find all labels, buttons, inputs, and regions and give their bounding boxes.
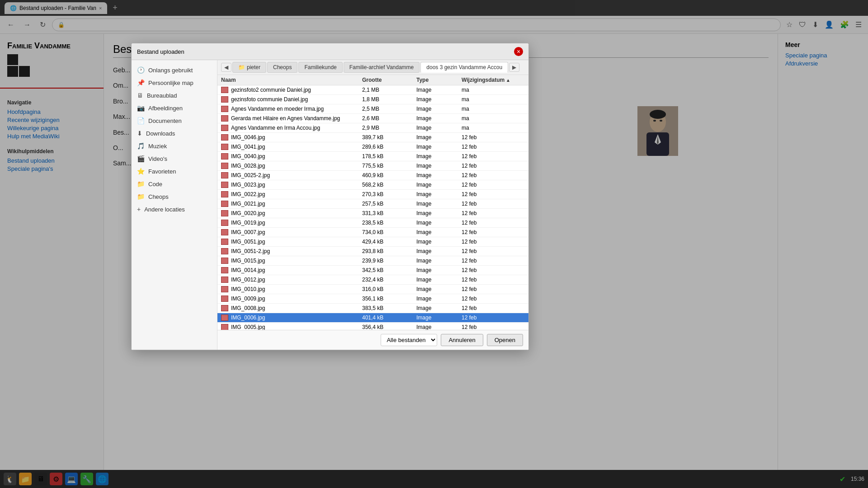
sidebar-cheops[interactable]: 📁 Cheops bbox=[132, 190, 217, 203]
file-row[interactable]: gezinsfoto2 communie Daniel.jpg 2,1 MB I… bbox=[217, 85, 528, 95]
open-button[interactable]: Openen bbox=[487, 334, 523, 346]
file-row[interactable]: IMG_0023.jpg 568,2 kB Image 12 feb bbox=[217, 180, 528, 190]
file-filter-dropdown[interactable]: Alle bestanden bbox=[381, 334, 437, 346]
file-row[interactable]: IMG_0019.jpg 238,5 kB Image 12 feb bbox=[217, 218, 528, 228]
tab-back-button[interactable]: ◀ bbox=[221, 63, 231, 72]
file-icon bbox=[221, 314, 228, 321]
file-name-cell: IMG_0014.jpg bbox=[221, 267, 362, 273]
file-size: 2,5 MB bbox=[362, 106, 416, 112]
file-type: Image bbox=[416, 201, 462, 207]
modal-sidebar: 🕐 Onlangs gebruikt 📌 Persoonlijke map 🖥 … bbox=[132, 60, 217, 350]
modal-title: Bestand uploaden bbox=[137, 48, 184, 55]
file-name-cell: IMG_0007.jpg bbox=[221, 229, 362, 235]
file-name-cell: Gerarda met Hilaire en Agnes Vandamme.jp… bbox=[221, 115, 362, 122]
file-row[interactable]: IMG_0008.jpg 383,5 kB Image 12 feb bbox=[217, 304, 528, 313]
file-icon bbox=[221, 182, 228, 188]
file-row[interactable]: IMG_0012.jpg 232,4 kB Image 12 feb bbox=[217, 275, 528, 285]
file-row[interactable]: IMG_0005.jpg 356,4 kB Image 12 feb bbox=[217, 323, 528, 330]
sidebar-documents[interactable]: 📄 Documenten bbox=[132, 114, 217, 127]
code-icon: 📁 bbox=[137, 180, 145, 188]
upload-dialog: Bestand uploaden × 🕐 Onlangs gebruikt 📌 … bbox=[131, 43, 529, 350]
file-size: 331,3 kB bbox=[362, 210, 416, 216]
col-wijzigingsdatum[interactable]: Wijzigingsdatum bbox=[462, 77, 525, 83]
file-date: 12 feb bbox=[462, 267, 525, 273]
file-name-cell: IMG_0046.jpg bbox=[221, 134, 362, 141]
file-date: 12 feb bbox=[462, 229, 525, 235]
file-row[interactable]: IMG_0021.jpg 257,5 kB Image 12 feb bbox=[217, 199, 528, 209]
tab-familiekunde[interactable]: Familiekunde bbox=[298, 62, 342, 73]
file-row[interactable]: IMG_0006.jpg 401,4 kB Image 12 feb bbox=[217, 313, 528, 323]
file-row[interactable]: gezinsfoto communie Daniel.jpg 1,8 MB Im… bbox=[217, 95, 528, 104]
tab-cheops[interactable]: Cheops bbox=[267, 62, 297, 73]
file-row[interactable]: IMG_0025-2.jpg 460,9 kB Image 12 feb bbox=[217, 171, 528, 180]
file-name-cell: IMG_0005.jpg bbox=[221, 324, 362, 330]
file-row[interactable]: IMG_0028.jpg 775,5 kB Image 12 feb bbox=[217, 161, 528, 171]
file-type: Image bbox=[416, 144, 462, 150]
file-date: 12 feb bbox=[462, 286, 525, 292]
file-size: 568,2 kB bbox=[362, 182, 416, 188]
col-type[interactable]: Type bbox=[416, 77, 462, 83]
sidebar-images-label: Afbeeldingen bbox=[148, 105, 183, 112]
file-icon bbox=[221, 125, 228, 131]
file-row[interactable]: IMG_0051.jpg 429,4 kB Image 12 feb bbox=[217, 237, 528, 247]
sidebar-code[interactable]: 📁 Code bbox=[132, 178, 217, 190]
file-size: 356,1 kB bbox=[362, 296, 416, 302]
tab-doos3[interactable]: doos 3 gezin Vandamme Accou bbox=[420, 62, 508, 73]
file-name: IMG_0023.jpg bbox=[231, 182, 265, 188]
file-row[interactable]: IMG_0046.jpg 389,7 kB Image 12 feb bbox=[217, 133, 528, 142]
file-row[interactable]: Agnes Vandamme en Irma Accou.jpg 2,9 MB … bbox=[217, 123, 528, 133]
sidebar-recent[interactable]: 🕐 Onlangs gebruikt bbox=[132, 64, 217, 76]
file-name-cell: IMG_0008.jpg bbox=[221, 305, 362, 311]
file-table-header: Naam Grootte Type Wijzigingsdatum bbox=[217, 75, 528, 85]
sidebar-downloads[interactable]: ⬇ Downloads bbox=[132, 127, 217, 140]
sidebar-videos-label: Video's bbox=[148, 155, 167, 162]
sidebar-favorites[interactable]: ⭐ Favorieten bbox=[132, 165, 217, 178]
file-name: IMG_0021.jpg bbox=[231, 201, 265, 207]
file-row[interactable]: Agnes Vandamme en moeder Irma.jpg 2,5 MB… bbox=[217, 104, 528, 114]
tab-forward-button[interactable]: ▶ bbox=[509, 63, 519, 72]
sidebar-videos[interactable]: 🎬 Video's bbox=[132, 152, 217, 165]
file-row[interactable]: IMG_0040.jpg 178,5 kB Image 12 feb bbox=[217, 152, 528, 161]
file-name-cell: Agnes Vandamme en Irma Accou.jpg bbox=[221, 125, 362, 131]
file-row[interactable]: IMG_0041.jpg 289,6 kB Image 12 feb bbox=[217, 142, 528, 152]
file-date: 12 feb bbox=[462, 324, 525, 330]
sidebar-images[interactable]: 📷 Afbeeldingen bbox=[132, 102, 217, 114]
tab-pieter[interactable]: 📁pieter bbox=[232, 62, 266, 73]
file-type: Image bbox=[416, 96, 462, 103]
sidebar-desktop[interactable]: 🖥 Bureaublad bbox=[132, 89, 217, 102]
file-size: 239,9 kB bbox=[362, 258, 416, 264]
col-grootte[interactable]: Grootte bbox=[362, 77, 416, 83]
tab-familie-archief[interactable]: Familie-archief Vandamme bbox=[344, 62, 420, 73]
downloads-icon: ⬇ bbox=[137, 130, 142, 137]
file-name: IMG_0012.jpg bbox=[231, 277, 265, 283]
file-row[interactable]: IMG_0014.jpg 342,5 kB Image 12 feb bbox=[217, 266, 528, 275]
file-row[interactable]: IMG_0020.jpg 331,3 kB Image 12 feb bbox=[217, 209, 528, 218]
file-row[interactable]: IMG_0007.jpg 734,0 kB Image 12 feb bbox=[217, 228, 528, 237]
file-rows-container: gezinsfoto2 communie Daniel.jpg 2,1 MB I… bbox=[217, 85, 528, 330]
col-naam[interactable]: Naam bbox=[221, 77, 362, 83]
file-name: IMG_0006.jpg bbox=[231, 314, 265, 321]
file-date: ma bbox=[462, 115, 525, 122]
file-row[interactable]: IMG_0010.jpg 316,0 kB Image 12 feb bbox=[217, 285, 528, 294]
file-icon bbox=[221, 277, 228, 283]
sidebar-music[interactable]: 🎵 Muziek bbox=[132, 140, 217, 152]
file-row[interactable]: Gerarda met Hilaire en Agnes Vandamme.jp… bbox=[217, 114, 528, 123]
modal-close-button[interactable]: × bbox=[514, 47, 523, 56]
file-size: 2,9 MB bbox=[362, 125, 416, 131]
file-row[interactable]: IMG_0009.jpg 356,1 kB Image 12 feb bbox=[217, 294, 528, 304]
sidebar-favorites-label: Favorieten bbox=[148, 168, 176, 175]
file-date: 12 feb bbox=[462, 182, 525, 188]
file-name-cell: IMG_0012.jpg bbox=[221, 277, 362, 283]
file-row[interactable]: IMG_0051-2.jpg 293,8 kB Image 12 feb bbox=[217, 247, 528, 256]
file-icon bbox=[221, 239, 228, 245]
file-row[interactable]: IMG_0022.jpg 270,3 kB Image 12 feb bbox=[217, 190, 528, 199]
sidebar-personal[interactable]: 📌 Persoonlijke map bbox=[132, 76, 217, 89]
file-type: Image bbox=[416, 286, 462, 292]
cancel-button[interactable]: Annuleren bbox=[441, 334, 483, 346]
file-row[interactable]: IMG_0015.jpg 239,9 kB Image 12 feb bbox=[217, 256, 528, 266]
file-icon bbox=[221, 163, 228, 169]
file-icon bbox=[221, 87, 228, 93]
sidebar-other-label: Andere locaties bbox=[144, 206, 185, 213]
sidebar-other-locations[interactable]: + Andere locaties bbox=[132, 203, 217, 216]
file-name-cell: IMG_0022.jpg bbox=[221, 191, 362, 197]
